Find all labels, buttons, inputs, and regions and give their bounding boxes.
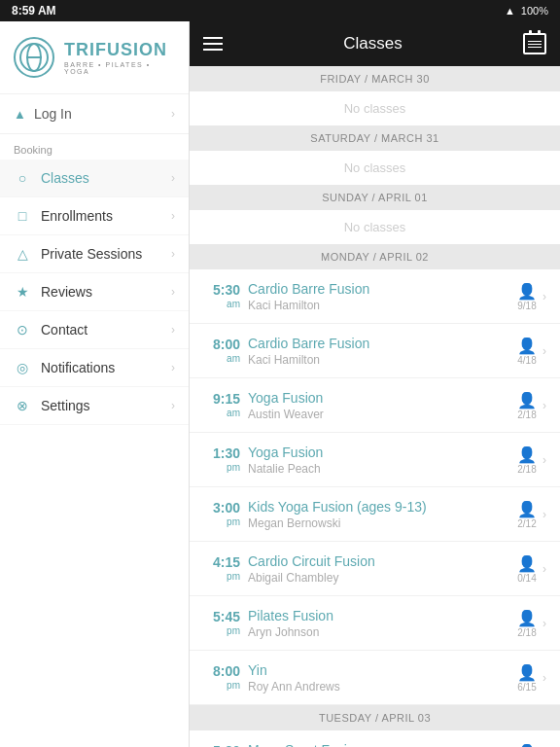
person-icon-mon-2: 👤	[517, 337, 537, 355]
classes-label: Classes	[41, 170, 89, 186]
date-header-fri: FRIDAY / MARCH 30	[190, 66, 560, 91]
contact-label: Contact	[41, 322, 88, 338]
main-content: Classes FRIDAY / MARCH 30 No classes SAT…	[190, 21, 560, 747]
chevron-mon-3: ›	[542, 399, 546, 412]
contact-pin-icon: ⊙	[14, 322, 31, 338]
app-container: TRIFUSION BARRE • PILATES • YOGA ▲ Log I…	[0, 21, 560, 747]
sidebar-item-classes[interactable]: ○ Classes ›	[0, 160, 189, 197]
class-time-mon-5: 3:00 pm	[199, 501, 240, 526]
class-right-mon-5: 👤 2/12 ›	[517, 500, 546, 529]
class-item-tue-1[interactable]: 5:30 am Mens Sport Fusion Emily Burwell …	[190, 730, 560, 747]
notifications-chevron: ›	[171, 361, 175, 374]
class-item-mon-8[interactable]: 8:00 pm Yin Roy Ann Andrews 👤 6/15 ›	[190, 651, 560, 705]
menu-line-2	[203, 43, 223, 45]
class-right-mon-8: 👤 6/15 ›	[517, 663, 546, 693]
sidebar-item-notifications[interactable]: ◎ Notifications ›	[0, 349, 189, 387]
class-right-mon-2: 👤 4/18 ›	[517, 337, 546, 366]
date-header-mon: MONDAY / APRIL 02	[190, 244, 560, 269]
login-triangle-icon: ▲	[14, 107, 26, 122]
login-left: ▲ Log In	[14, 106, 72, 122]
spots-mon-8: 👤 6/15	[517, 663, 537, 693]
chevron-mon-8: ›	[542, 671, 546, 685]
class-item-mon-6[interactable]: 4:15 pm Cardio Circuit Fusion Abigail Ch…	[190, 542, 560, 596]
sidebar-login[interactable]: ▲ Log In ›	[0, 94, 189, 134]
enrollments-square-icon: □	[14, 208, 31, 224]
private-sessions-triangle-icon: △	[14, 246, 31, 262]
class-time-mon-7: 5:45 pm	[199, 610, 240, 635]
sidebar-item-contact[interactable]: ⊙ Contact ›	[0, 311, 189, 349]
class-right-mon-4: 👤 2/18 ›	[517, 445, 546, 475]
cal-line-3	[528, 47, 542, 48]
menu-line-1	[203, 37, 223, 39]
class-time-mon-2: 8:00 am	[199, 338, 240, 363]
class-info-mon-8: Yin Roy Ann Andrews	[248, 661, 517, 694]
private-sessions-chevron: ›	[171, 247, 175, 261]
class-item-mon-5[interactable]: 3:00 pm Kids Yoga Fusion (ages 9-13) Meg…	[190, 487, 560, 542]
cal-line-1	[528, 41, 542, 42]
spots-mon-5: 👤 2/12	[517, 500, 537, 529]
status-bar: 8:59 AM ▲ 100%	[0, 0, 560, 21]
person-icon-mon-4: 👤	[517, 445, 537, 464]
enrollments-left: □ Enrollments	[14, 208, 113, 224]
person-icon-mon-7: 👤	[517, 609, 537, 627]
battery-icon: 100%	[521, 5, 548, 17]
class-time-mon-6: 4:15 pm	[199, 555, 240, 581]
settings-gear-icon: ⊗	[14, 398, 31, 413]
contact-chevron: ›	[171, 323, 175, 337]
class-time-mon-4: 1:30 pm	[199, 446, 240, 472]
no-classes-fri: No classes	[190, 91, 560, 125]
menu-line-3	[203, 49, 223, 51]
class-info-mon-1: Cardio Barre Fusion Kaci Hamilton	[248, 280, 517, 312]
class-time-mon-3: 9:15 am	[199, 392, 240, 417]
settings-label: Settings	[41, 398, 90, 413]
class-info-tue-1: Mens Sport Fusion Emily Burwell	[248, 741, 517, 747]
class-item-mon-3[interactable]: 9:15 am Yoga Fusion Austin Weaver 👤 2/18…	[190, 378, 560, 433]
chevron-mon-5: ›	[542, 508, 546, 521]
app-header: Classes	[190, 21, 560, 66]
classes-left: ○ Classes	[14, 170, 89, 186]
logo-text: TRIFUSION BARRE • PILATES • YOGA	[64, 41, 175, 75]
class-item-mon-2[interactable]: 8:00 am Cardio Barre Fusion Kaci Hamilto…	[190, 324, 560, 378]
login-chevron: ›	[171, 107, 175, 121]
class-right-mon-1: 👤 9/18 ›	[517, 282, 546, 311]
spots-mon-3: 👤 2/18	[517, 391, 537, 420]
calendar-button[interactable]	[523, 33, 546, 54]
no-classes-sat: No classes	[190, 151, 560, 185]
class-info-mon-7: Pilates Fusion Aryn Johnson	[248, 607, 517, 639]
class-time-mon-1: 5:30 am	[199, 283, 240, 308]
class-info-mon-5: Kids Yoga Fusion (ages 9-13) Megan Berno…	[248, 498, 517, 530]
sidebar-item-enrollments[interactable]: □ Enrollments ›	[0, 197, 189, 235]
person-icon-mon-8: 👤	[517, 663, 537, 682]
chevron-mon-4: ›	[542, 453, 546, 467]
classes-scroll[interactable]: FRIDAY / MARCH 30 No classes SATURDAY / …	[190, 66, 560, 747]
classes-chevron: ›	[171, 171, 175, 185]
sidebar-item-reviews[interactable]: ★ Reviews ›	[0, 273, 189, 311]
contact-left: ⊙ Contact	[14, 322, 88, 338]
class-item-mon-7[interactable]: 5:45 pm Pilates Fusion Aryn Johnson 👤 2/…	[190, 596, 560, 651]
sidebar-item-private-sessions[interactable]: △ Private Sessions ›	[0, 235, 189, 273]
logo-circle	[14, 37, 54, 78]
sidebar-item-settings[interactable]: ⊗ Settings ›	[0, 387, 189, 425]
class-time-mon-8: 8:00 pm	[199, 664, 240, 690]
class-info-mon-3: Yoga Fusion Austin Weaver	[248, 389, 517, 421]
person-icon-mon-1: 👤	[517, 282, 537, 301]
class-item-mon-1[interactable]: 5:30 am Cardio Barre Fusion Kaci Hamilto…	[190, 269, 560, 324]
status-icons: ▲ 100%	[505, 5, 548, 17]
classes-circle-icon: ○	[14, 170, 31, 186]
notifications-label: Notifications	[41, 360, 115, 375]
calendar-icon	[528, 41, 542, 48]
class-right-tue-1: 👤 8/14 ›	[517, 743, 546, 748]
person-icon-mon-5: 👤	[517, 500, 537, 518]
booking-label: Booking	[0, 134, 189, 160]
menu-button[interactable]	[203, 37, 223, 51]
enrollments-label: Enrollments	[41, 208, 113, 224]
cal-line-2	[528, 44, 542, 45]
reviews-chevron: ›	[171, 285, 175, 299]
spots-mon-2: 👤 4/18	[517, 337, 537, 366]
settings-left: ⊗ Settings	[14, 398, 90, 413]
status-time: 8:59 AM	[12, 4, 56, 18]
notifications-bell-icon: ◎	[14, 360, 31, 375]
class-item-mon-4[interactable]: 1:30 pm Yoga Fusion Natalie Peach 👤 2/18…	[190, 433, 560, 487]
reviews-label: Reviews	[41, 284, 92, 300]
sidebar: TRIFUSION BARRE • PILATES • YOGA ▲ Log I…	[0, 21, 190, 747]
